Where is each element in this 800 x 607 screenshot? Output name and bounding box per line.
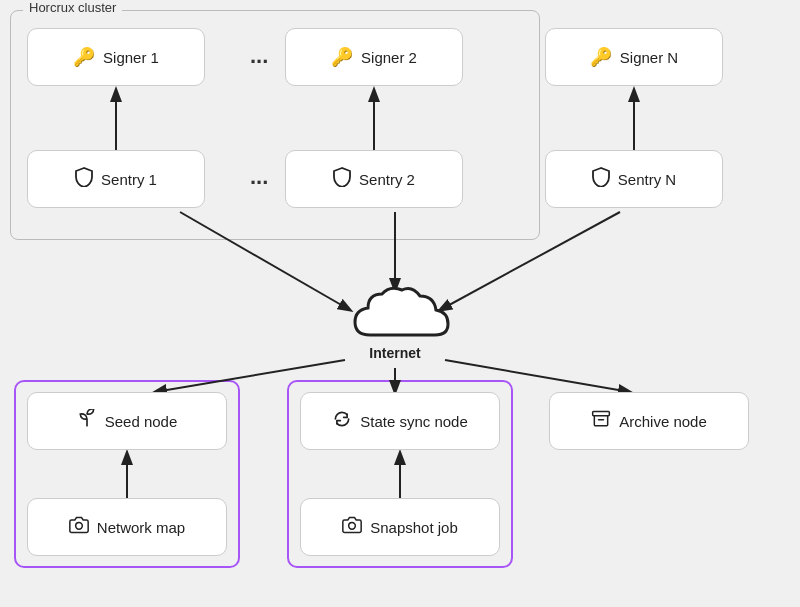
svg-point-16 xyxy=(349,522,356,529)
shield-icon-n xyxy=(592,167,610,192)
dots-2: ... xyxy=(250,164,268,190)
snapshot-job-box: Snapshot job xyxy=(300,498,500,556)
signer-1-label: Signer 1 xyxy=(103,49,159,66)
shield-icon-2 xyxy=(333,167,351,192)
sentry-2-label: Sentry 2 xyxy=(359,171,415,188)
internet-cloud: Internet xyxy=(330,270,460,370)
sentry-n-box: Sentry N xyxy=(545,150,723,208)
signer-n-label: Signer N xyxy=(620,49,678,66)
network-map-label: Network map xyxy=(97,519,185,536)
plant-icon xyxy=(77,409,97,434)
snapshot-job-label: Snapshot job xyxy=(370,519,458,536)
sync-icon xyxy=(332,409,352,434)
seed-node-label: Seed node xyxy=(105,413,178,430)
camera-icon-2 xyxy=(342,515,362,540)
signer-n-box: 🔑 Signer N xyxy=(545,28,723,86)
key-icon-n: 🔑 xyxy=(590,46,612,68)
state-sync-node-box: State sync node xyxy=(300,392,500,450)
sentry-2-box: Sentry 2 xyxy=(285,150,463,208)
svg-rect-13 xyxy=(593,411,610,415)
archive-node-box: Archive node xyxy=(549,392,749,450)
sentry-n-label: Sentry N xyxy=(618,171,676,188)
sentry-1-box: Sentry 1 xyxy=(27,150,205,208)
network-map-box: Network map xyxy=(27,498,227,556)
dots-1: ... xyxy=(250,43,268,69)
signer-2-label: Signer 2 xyxy=(361,49,417,66)
svg-point-15 xyxy=(75,522,82,529)
signer-2-box: 🔑 Signer 2 xyxy=(285,28,463,86)
internet-label: Internet xyxy=(369,345,420,361)
cloud-icon xyxy=(340,280,450,355)
horcrux-label: Horcrux cluster xyxy=(23,0,122,15)
camera-icon-1 xyxy=(69,515,89,540)
diagram-container: Horcrux cluster xyxy=(0,0,800,607)
archive-icon xyxy=(591,409,611,434)
shield-icon-1 xyxy=(75,167,93,192)
seed-node-box: Seed node xyxy=(27,392,227,450)
signer-1-box: 🔑 Signer 1 xyxy=(27,28,205,86)
archive-node-label: Archive node xyxy=(619,413,707,430)
sentry-1-label: Sentry 1 xyxy=(101,171,157,188)
state-sync-node-label: State sync node xyxy=(360,413,468,430)
key-icon-2: 🔑 xyxy=(331,46,353,68)
key-icon-1: 🔑 xyxy=(73,46,95,68)
